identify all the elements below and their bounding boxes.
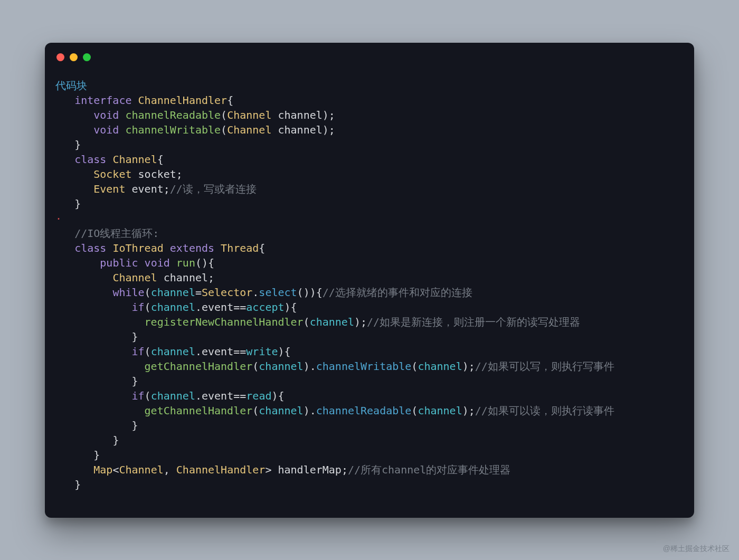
marker-dot: · [55, 212, 62, 225]
cls-iothread: IoThread [112, 242, 163, 254]
fn-channelwritable: channelWritable [125, 124, 221, 136]
fn-gethandler-r: getChannelHandler [145, 404, 253, 417]
comment-register: //如果是新连接，则注册一个新的读写处理器 [367, 316, 580, 328]
comment-select: //选择就绪的事件和对应的连接 [323, 286, 472, 299]
maximize-icon[interactable] [83, 53, 91, 61]
watermark-text: @稀土掘金技术社区 [663, 544, 729, 554]
window-controls [45, 43, 694, 61]
comment-map: //所有channel的对应事件处理器 [348, 463, 510, 476]
kw-class: class [74, 153, 106, 166]
minimize-icon[interactable] [70, 53, 78, 61]
kw-interface: interface [74, 94, 131, 107]
comment-write: //如果可以写，则执行写事件 [475, 360, 614, 373]
fn-run: run [176, 257, 195, 269]
code-area: 代码块 interface ChannelHandler{ void chann… [45, 61, 694, 518]
cls-channel: Channel [112, 153, 157, 166]
close-icon[interactable] [56, 53, 64, 61]
terminal-window: 代码块 interface ChannelHandler{ void chann… [45, 43, 694, 518]
fn-channelreadable: channelReadable [125, 109, 221, 121]
code-title: 代码块 [55, 79, 87, 92]
fn-gethandler-w: getChannelHandler [145, 360, 253, 373]
comment-ioloop: //IO线程主循环: [74, 227, 159, 240]
fn-register: registerNewChannelHandler [145, 316, 304, 328]
comment-read: //如果可以读，则执行读事件 [475, 404, 614, 417]
comment-event: //读，写或者连接 [170, 183, 257, 195]
cls-channelhandler: ChannelHandler [138, 94, 228, 107]
